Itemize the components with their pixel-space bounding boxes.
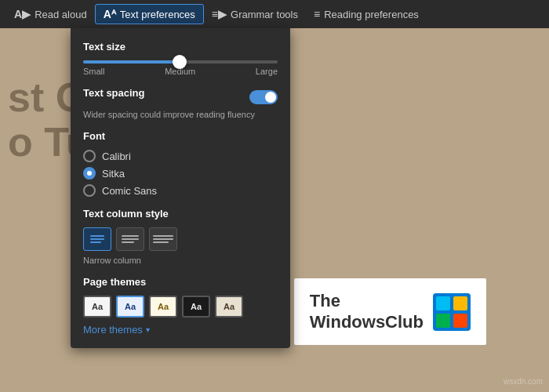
brand-icon <box>433 293 471 331</box>
text-preferences-label: Text preferences <box>120 9 195 20</box>
col-icon-medium <box>122 235 139 243</box>
text-spacing-row: Text spacing <box>83 87 278 107</box>
more-themes-label: More themes <box>83 324 143 336</box>
toolbar-read-aloud[interactable]: A▶ Read aloud <box>6 5 95 24</box>
slider-thumb[interactable] <box>173 55 187 69</box>
theme-3[interactable]: Aa <box>182 296 210 318</box>
text-preferences-icon: Aᴬ <box>104 8 116 20</box>
column-style-row <box>83 227 278 251</box>
font-calibri-label: Calibri <box>102 151 131 162</box>
svg-rect-2 <box>453 296 467 310</box>
reading-preferences-label: Reading preferences <box>324 9 419 20</box>
column-style-label: Narrow column <box>83 256 278 265</box>
theme-0[interactable]: Aa <box>83 296 111 318</box>
radio-sitka <box>83 167 96 180</box>
col-icon-narrow <box>90 235 104 243</box>
read-aloud-icon: A▶ <box>14 8 31 20</box>
radio-calibri <box>83 150 96 162</box>
more-themes-button[interactable]: More themes ▾ <box>83 324 278 336</box>
svg-rect-1 <box>436 296 450 310</box>
col-icon-wide <box>153 235 173 243</box>
theme-1[interactable]: Aa <box>116 296 144 318</box>
watermark: wsxdn.com <box>504 377 543 386</box>
read-aloud-label: Read aloud <box>35 9 87 20</box>
chevron-down-icon: ▾ <box>146 325 150 334</box>
toolbar-reading-preferences[interactable]: ≡ Reading preferences <box>306 5 427 24</box>
text-preferences-panel: Text size Small Medium Large Text spacin… <box>71 28 290 348</box>
font-calibri[interactable]: Calibri <box>83 150 278 162</box>
brand-box: The WindowsClub <box>294 278 486 345</box>
themes-row: Aa Aa Aa Aa Aa <box>83 296 278 318</box>
svg-rect-4 <box>453 314 467 328</box>
brand-text: The WindowsClub <box>310 291 424 332</box>
toolbar-text-preferences[interactable]: Aᴬ Text preferences <box>95 4 204 24</box>
slider-track[interactable] <box>83 60 278 64</box>
text-spacing-title: Text spacing <box>83 87 145 99</box>
text-size-slider-container: Small Medium Large <box>83 60 278 76</box>
size-label-large: Large <box>256 67 278 76</box>
font-sitka-label: Sitka <box>102 168 125 180</box>
column-style-title: Text column style <box>83 208 278 220</box>
col-btn-medium[interactable] <box>116 227 144 251</box>
font-comicsans[interactable]: Comic Sans <box>83 184 278 197</box>
text-size-title: Text size <box>83 41 278 53</box>
text-spacing-toggle[interactable] <box>249 90 278 104</box>
toolbar-grammar-tools[interactable]: ≡▶ Grammar tools <box>204 5 306 24</box>
toolbar: A▶ Read aloud Aᴬ Text preferences ≡▶ Gra… <box>0 0 549 28</box>
font-comicsans-label: Comic Sans <box>102 185 157 197</box>
grammar-tools-icon: ≡▶ <box>212 8 227 20</box>
slider-fill <box>83 60 176 64</box>
col-btn-wide[interactable] <box>149 227 177 251</box>
toggle-thumb <box>265 92 276 103</box>
font-title: Font <box>83 130 278 142</box>
theme-4[interactable]: Aa <box>215 296 243 318</box>
font-sitka[interactable]: Sitka <box>83 167 278 180</box>
size-label-small: Small <box>83 67 105 76</box>
reading-preferences-icon: ≡ <box>314 8 320 20</box>
svg-rect-3 <box>436 314 450 328</box>
theme-2[interactable]: Aa <box>149 296 177 318</box>
text-spacing-desc: Wider spacing could improve reading flue… <box>83 110 278 119</box>
grammar-tools-label: Grammar tools <box>231 9 298 20</box>
radio-comicsans <box>83 184 96 197</box>
col-btn-narrow[interactable] <box>83 227 111 251</box>
page-themes-title: Page themes <box>83 276 278 288</box>
